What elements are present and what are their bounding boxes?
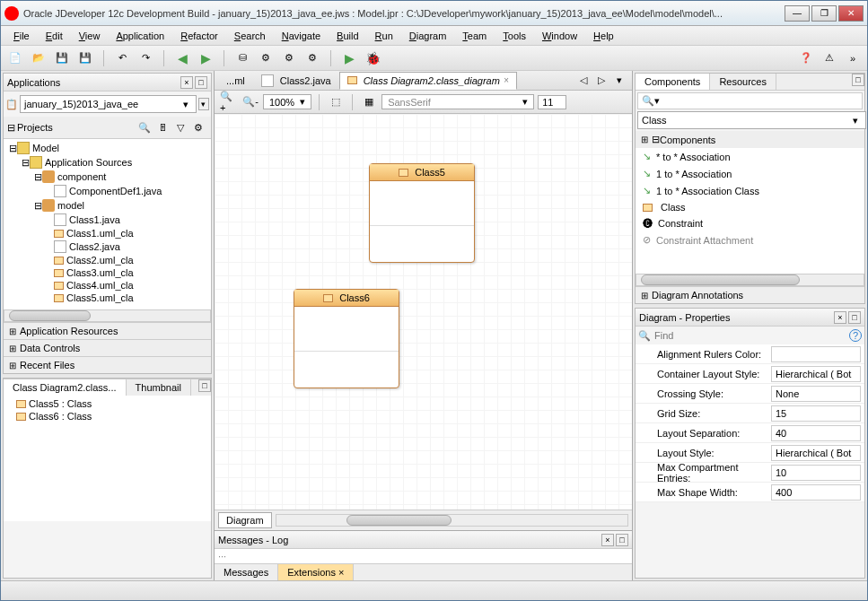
back-button[interactable]: ◀ [173, 49, 191, 67]
close-icon[interactable]: × [338, 567, 344, 578]
dropdown-button[interactable]: » [844, 49, 862, 67]
tree-node-component[interactable]: ⊟ component [5, 170, 209, 184]
components-tab[interactable]: Components [636, 74, 710, 90]
tree-node-modelpkg[interactable]: ⊟ model [5, 198, 209, 213]
diagram-view-tab[interactable]: Diagram [218, 512, 272, 528]
prop-value[interactable]: None [771, 386, 861, 402]
resources-tab[interactable]: Resources [710, 74, 776, 90]
warning-icon[interactable]: ⚠ [820, 49, 838, 67]
class-box-class6[interactable]: Class6 [294, 289, 399, 388]
component-item[interactable]: ↘1 to * Association [636, 165, 864, 182]
tab-right-icon[interactable]: ▷ [592, 72, 610, 90]
clean-button[interactable]: ⚙ [303, 49, 321, 67]
component-item[interactable]: ↘* to * Association [636, 148, 864, 165]
zoom-out-icon[interactable]: 🔍- [241, 93, 259, 111]
section-data-controls[interactable]: Data Controls [4, 339, 211, 356]
zoom-in-icon[interactable]: 🔍+ [220, 93, 238, 111]
save-button[interactable]: 💾 [53, 49, 71, 67]
category-selector[interactable]: Class▾ [637, 111, 866, 129]
options-icon[interactable]: ⚙ [189, 118, 207, 136]
tree-scrollbar[interactable] [4, 309, 211, 322]
tree-node-file[interactable]: Class1.java [5, 213, 209, 227]
refresh-icon[interactable]: 🔍 [136, 118, 153, 136]
tree-node-file[interactable]: Class3.uml_cla [5, 266, 209, 279]
components-group[interactable]: ⊟ Components [636, 131, 864, 148]
tree-node-file[interactable]: Class1.uml_cla [5, 227, 209, 240]
canvas-scrollbar[interactable] [276, 514, 628, 527]
extensions-tab[interactable]: Extensions × [278, 564, 354, 580]
chevron-down-icon[interactable]: ▾ [300, 96, 305, 108]
new-button[interactable]: 📄 [6, 49, 24, 67]
prop-value[interactable]: Hierarchical ( Bot [771, 445, 861, 461]
component-search[interactable]: 🔍▾ [637, 92, 863, 109]
structure-item[interactable]: Class6 : Class [5, 410, 209, 422]
menu-tools[interactable]: Tools [495, 29, 533, 43]
help-button[interactable]: ❓ [797, 49, 815, 67]
debug-button[interactable]: 🐞 [364, 49, 381, 67]
font-selector[interactable]: SansSerif▾ [381, 94, 534, 109]
align-icon[interactable]: ▦ [360, 93, 378, 111]
menu-help[interactable]: Help [586, 29, 621, 43]
redo-button[interactable]: ↷ [136, 49, 154, 67]
menu-file[interactable]: File [6, 29, 37, 43]
close-button[interactable]: ✕ [838, 5, 864, 22]
tab-thumbnail[interactable]: Thumbnail [127, 379, 191, 396]
editor-tab[interactable]: Class2.java [253, 71, 339, 91]
panel-close-icon[interactable]: × [180, 76, 193, 89]
prop-value-color[interactable] [771, 346, 861, 362]
tree-node-file[interactable]: Class4.uml_cla [5, 279, 209, 292]
menu-navigate[interactable]: Navigate [275, 29, 328, 43]
menu-refactor[interactable]: Refactor [173, 29, 225, 43]
tree-node-file[interactable]: Class2.uml_cla [5, 254, 209, 266]
filter-icon[interactable]: 🎚 [153, 118, 171, 136]
component-item[interactable]: Class [636, 199, 864, 215]
layout-icon[interactable]: ⬚ [327, 93, 345, 111]
menu-view[interactable]: View [72, 29, 108, 43]
section-app-resources[interactable]: Application Resources [4, 322, 211, 339]
menu-build[interactable]: Build [329, 29, 365, 43]
editor-tab[interactable]: ...ml [218, 72, 253, 90]
messages-tab[interactable]: Messages [215, 564, 278, 580]
tree-node-appsrc[interactable]: ⊟ Application Sources [5, 155, 209, 170]
sort-icon[interactable]: ▽ [171, 118, 189, 136]
panel-restore-icon[interactable]: □ [616, 534, 628, 546]
menu-window[interactable]: Window [535, 29, 584, 43]
maximize-button[interactable]: ❐ [811, 5, 837, 22]
panel-restore-icon[interactable]: □ [848, 311, 861, 324]
properties-find-input[interactable] [654, 330, 846, 341]
prop-value[interactable]: Hierarchical ( Bot [771, 366, 861, 382]
tab-structure[interactable]: Class Diagram2.class... [4, 379, 127, 396]
diagram-canvas[interactable]: Class5 Class6 [215, 114, 632, 510]
save-all-button[interactable]: 💾 [76, 49, 94, 67]
chevron-down-icon[interactable]: ▾ [849, 115, 862, 126]
prop-value[interactable]: 40 [771, 425, 861, 441]
class-box-class5[interactable]: Class5 [369, 163, 475, 263]
panel-close-icon[interactable]: × [834, 311, 846, 324]
close-tab-icon[interactable]: × [504, 75, 509, 85]
menu-run[interactable]: Run [368, 29, 400, 43]
menu-application[interactable]: Application [109, 29, 171, 43]
application-selector[interactable]: january_15)2013_java_ee ▾ [20, 95, 197, 113]
menu-diagram[interactable]: Diagram [402, 29, 454, 43]
tree-node-file[interactable]: Class2.java [5, 240, 209, 254]
panel-close-icon[interactable]: × [601, 534, 614, 546]
component-item[interactable]: ⊘Constraint Attachment [636, 231, 864, 248]
tree-node-model[interactable]: ⊟ Model [5, 141, 209, 155]
prop-value[interactable]: 10 [771, 465, 861, 481]
editor-tab-active[interactable]: Class Diagram2.class_diagram× [339, 72, 517, 90]
section-recent-files[interactable]: Recent Files [4, 356, 211, 373]
prop-value[interactable]: 400 [771, 484, 861, 501]
db-button[interactable]: ⛁ [233, 49, 251, 67]
component-item[interactable]: ↘1 to * Association Class [636, 182, 864, 199]
fontsize-input[interactable]: 11 [538, 95, 566, 109]
run-button[interactable]: ▶ [340, 49, 358, 67]
prop-value[interactable]: 15 [771, 405, 861, 422]
help-icon[interactable]: ? [849, 329, 862, 342]
minimize-button[interactable]: — [785, 5, 810, 22]
tab-left-icon[interactable]: ◁ [574, 72, 592, 90]
rebuild-button[interactable]: ⚙ [280, 49, 298, 67]
make-button[interactable]: ⚙ [257, 49, 275, 67]
tree-node-compdef[interactable]: ComponentDef1.java [5, 184, 209, 198]
panel-restore-icon[interactable]: □ [195, 76, 207, 89]
app-menu-button[interactable]: ▾ [198, 98, 209, 110]
